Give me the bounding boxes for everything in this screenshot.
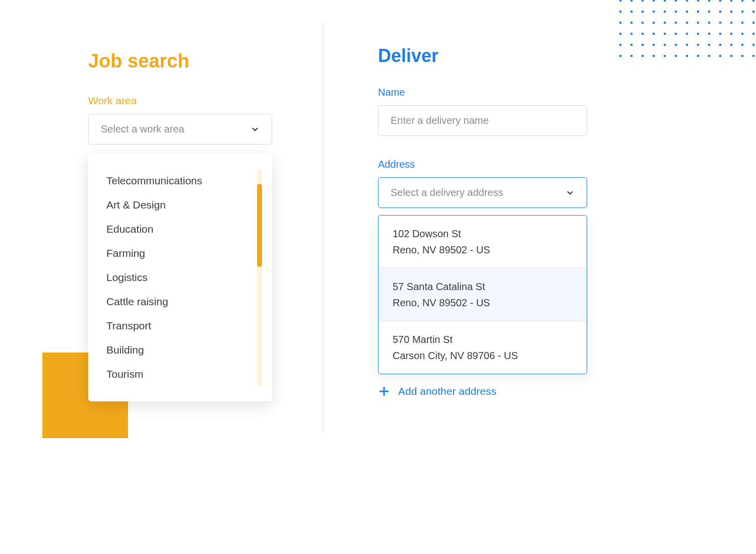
dropdown-item[interactable]: Cattle raising xyxy=(88,290,272,314)
address-line2: Carson City, NV 89706 - US xyxy=(393,348,573,364)
decor-dot-pattern xyxy=(615,0,756,60)
address-dropdown: 102 Dowson StReno, NV 89502 - US57 Santa… xyxy=(378,215,587,374)
address-item[interactable]: 102 Dowson StReno, NV 89502 - US xyxy=(379,216,587,268)
work-area-select[interactable]: Select a work area xyxy=(88,114,272,145)
scrollbar-track[interactable] xyxy=(257,169,262,386)
chevron-down-icon xyxy=(250,125,260,134)
address-placeholder: Select a delivery address xyxy=(391,187,503,198)
job-search-panel: Job search Work area Select a work area … xyxy=(0,0,323,554)
address-line1: 570 Martin St xyxy=(393,331,573,348)
dropdown-item[interactable]: Building xyxy=(88,338,272,362)
plus-icon xyxy=(378,385,390,397)
dropdown-item[interactable]: Transport xyxy=(88,314,272,338)
work-area-placeholder: Select a work area xyxy=(101,123,184,135)
name-label: Name xyxy=(378,87,726,98)
address-line1: 102 Dowson St xyxy=(393,226,573,242)
address-label: Address xyxy=(378,159,726,170)
add-address-label: Add another address xyxy=(398,385,496,397)
address-item[interactable]: 570 Martin StCarson City, NV 89706 - US xyxy=(379,321,587,374)
chevron-down-icon xyxy=(565,188,575,197)
address-select[interactable]: Select a delivery address xyxy=(378,177,587,208)
address-line2: Reno, NV 89502 - US xyxy=(393,242,573,258)
dropdown-item[interactable]: Tourism xyxy=(88,362,272,386)
address-line1: 57 Santa Catalina St xyxy=(393,279,573,295)
dropdown-item[interactable]: Art & Design xyxy=(88,193,272,217)
dropdown-item[interactable]: Education xyxy=(88,217,272,241)
deliver-panel: Deliver Name Address Select a delivery a… xyxy=(323,0,756,554)
dropdown-item[interactable]: Farming xyxy=(88,241,272,265)
page-title-job-search: Job search xyxy=(88,50,292,72)
address-line2: Reno, NV 89502 - US xyxy=(393,295,573,311)
scrollbar-thumb[interactable] xyxy=(257,184,262,267)
work-area-dropdown: TelecommunicationsArt & DesignEducationF… xyxy=(88,154,272,401)
work-area-label: Work area xyxy=(88,95,292,107)
delivery-name-input[interactable] xyxy=(378,105,587,136)
add-address-button[interactable]: Add another address xyxy=(378,385,726,397)
dropdown-item[interactable]: Telecommunications xyxy=(88,169,272,193)
address-item[interactable]: 57 Santa Catalina StReno, NV 89502 - US xyxy=(379,268,587,321)
dropdown-item[interactable]: Logistics xyxy=(88,265,272,290)
